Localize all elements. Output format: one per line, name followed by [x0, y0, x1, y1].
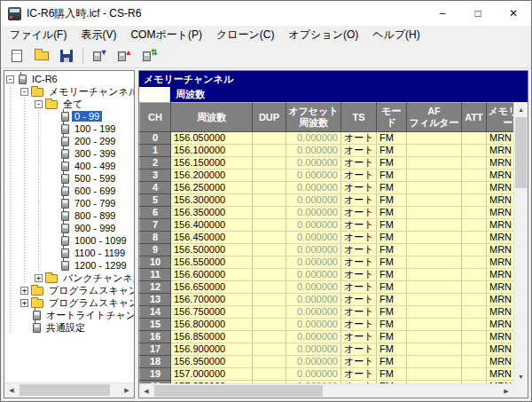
cell-memory-name[interactable]: MRN	[487, 132, 514, 145]
expand-icon[interactable]: +	[20, 287, 28, 295]
tree-item-all[interactable]: - 全て	[33, 98, 134, 110]
table-row[interactable]: 1 156.100000 0.000000 オート FM MRN	[140, 145, 514, 157]
cell-dup[interactable]	[253, 157, 286, 169]
cell-att[interactable]	[462, 269, 487, 281]
save-button[interactable]	[55, 45, 78, 67]
tree-item-range[interactable]: 900 - 999	[47, 222, 134, 234]
cell-mode[interactable]: FM	[377, 306, 407, 319]
cell-att[interactable]	[462, 256, 487, 269]
cell-af-filter[interactable]	[407, 294, 462, 306]
cell-ch[interactable]: 6	[140, 207, 171, 219]
cell-dup[interactable]	[253, 356, 286, 368]
cell-offset[interactable]: 0.000000	[286, 331, 341, 343]
cell-memory-name[interactable]: MRN	[487, 207, 514, 219]
cell-mode[interactable]: FM	[377, 219, 407, 232]
vertical-scroll-thumb[interactable]	[515, 117, 527, 188]
expand-icon[interactable]: +	[35, 274, 43, 282]
cell-ch[interactable]: 7	[140, 219, 171, 232]
cell-frequency[interactable]: 156.250000	[171, 182, 253, 194]
cell-dup[interactable]	[253, 294, 286, 306]
cell-memory-name[interactable]: MRN	[487, 343, 514, 356]
table-scroll-thumb[interactable]	[154, 385, 323, 397]
cell-af-filter[interactable]	[407, 343, 462, 356]
cell-att[interactable]	[462, 343, 487, 356]
maximize-button[interactable]: □	[460, 1, 496, 26]
cell-att[interactable]	[462, 169, 487, 182]
cell-dup[interactable]	[253, 194, 286, 207]
vertical-scrollbar[interactable]: ▲ ▼	[513, 102, 528, 383]
cell-offset[interactable]: 0.000000	[286, 256, 341, 269]
cell-att[interactable]	[462, 219, 487, 232]
tree-item-range[interactable]: 1200 - 1299	[47, 259, 134, 272]
tree-item-range[interactable]: 600 - 699	[47, 185, 134, 197]
table-row[interactable]: 17 156.900000 0.000000 オート FM MRN	[140, 343, 514, 356]
cell-dup[interactable]	[253, 219, 286, 232]
cell-memory-name[interactable]: MRN	[487, 182, 514, 194]
close-button[interactable]: ✕	[496, 1, 531, 26]
cell-frequency[interactable]: 156.550000	[171, 256, 253, 269]
collapse-icon[interactable]: -	[6, 75, 14, 83]
cell-ts[interactable]: オート	[341, 356, 377, 368]
cell-frequency[interactable]: 156.200000	[171, 169, 253, 182]
cell-mode[interactable]: FM	[377, 281, 407, 294]
cell-frequency[interactable]: 156.700000	[171, 294, 253, 306]
tree-item-range[interactable]: 0 - 99	[47, 110, 134, 122]
cell-offset[interactable]: 0.000000	[286, 244, 341, 256]
cell-dup[interactable]	[253, 182, 286, 194]
cell-ch[interactable]: 13	[140, 294, 171, 306]
menu-item[interactable]: ファイル(F)	[3, 26, 74, 44]
cell-ts[interactable]: オート	[341, 343, 377, 356]
scroll-down-icon[interactable]: ▼	[514, 369, 528, 383]
cell-mode[interactable]: FM	[377, 368, 407, 381]
cell-dup[interactable]	[253, 145, 286, 157]
cell-offset[interactable]: 0.000000	[286, 356, 341, 368]
cell-offset[interactable]: 0.000000	[286, 306, 341, 319]
cell-af-filter[interactable]	[407, 169, 462, 182]
table-row[interactable]: 18 156.950000 0.000000 オート FM MRN	[140, 356, 514, 368]
cell-frequency[interactable]: 156.100000	[171, 145, 253, 157]
cell-af-filter[interactable]	[407, 256, 462, 269]
cell-af-filter[interactable]	[407, 356, 462, 368]
table-row[interactable]: 5 156.300000 0.000000 オート FM MRN	[140, 194, 514, 207]
cell-ts[interactable]: オート	[341, 169, 377, 182]
cell-memory-name[interactable]: MRN	[487, 256, 514, 269]
scroll-right-icon[interactable]: ▶	[499, 384, 513, 398]
cell-mode[interactable]: FM	[377, 331, 407, 343]
cell-memory-name[interactable]: MRN	[487, 157, 514, 169]
cell-offset[interactable]: 0.000000	[286, 169, 341, 182]
cell-af-filter[interactable]	[407, 182, 462, 194]
cell-ts[interactable]: オート	[341, 331, 377, 343]
cell-ch[interactable]: 16	[140, 331, 171, 343]
cell-frequency[interactable]: 156.150000	[171, 157, 253, 169]
table-row[interactable]: 19 157.000000 0.000000 オート FM MRN	[140, 368, 514, 381]
cell-memory-name[interactable]: MRN	[487, 244, 514, 256]
tree-item-range[interactable]: 1000 - 1099	[47, 234, 134, 247]
table-row[interactable]: 2 156.150000 0.000000 オート FM MRN	[140, 157, 514, 169]
cell-ts[interactable]: オート	[341, 132, 377, 145]
scroll-left-icon[interactable]: ◀	[139, 384, 153, 398]
table-row[interactable]: 9 156.500000 0.000000 オート FM MRN	[140, 244, 514, 256]
cell-af-filter[interactable]	[407, 368, 462, 381]
cell-dup[interactable]	[253, 169, 286, 182]
menu-item[interactable]: ヘルプ(H)	[365, 26, 427, 44]
clone-read-button[interactable]: ▼	[88, 45, 111, 67]
cell-memory-name[interactable]: MRN	[487, 319, 514, 331]
cell-memory-name[interactable]: MRN	[487, 269, 514, 281]
cell-frequency[interactable]: 156.800000	[171, 319, 253, 331]
tree-horizontal-scrollbar[interactable]: ◀ ▶	[4, 382, 134, 398]
cell-att[interactable]	[462, 145, 487, 157]
table-row[interactable]: 16 156.850000 0.000000 オート FM MRN	[140, 331, 514, 343]
scroll-left-icon[interactable]: ◀	[4, 383, 19, 397]
cell-ch[interactable]: 18	[140, 356, 171, 368]
tree-item-root[interactable]: - IC-R6	[4, 73, 134, 85]
cell-af-filter[interactable]	[407, 157, 462, 169]
cell-memory-name[interactable]: MRN	[487, 232, 514, 244]
cell-memory-name[interactable]: MRN	[487, 331, 514, 343]
scroll-up-icon[interactable]: ▲	[514, 102, 528, 116]
tree-item-range[interactable]: 700 - 799	[47, 197, 134, 209]
cell-offset[interactable]: 0.000000	[286, 145, 341, 157]
cell-frequency[interactable]: 156.850000	[171, 331, 253, 343]
cell-af-filter[interactable]	[407, 319, 462, 331]
cell-frequency[interactable]: 156.400000	[171, 219, 253, 232]
cell-dup[interactable]	[253, 306, 286, 319]
